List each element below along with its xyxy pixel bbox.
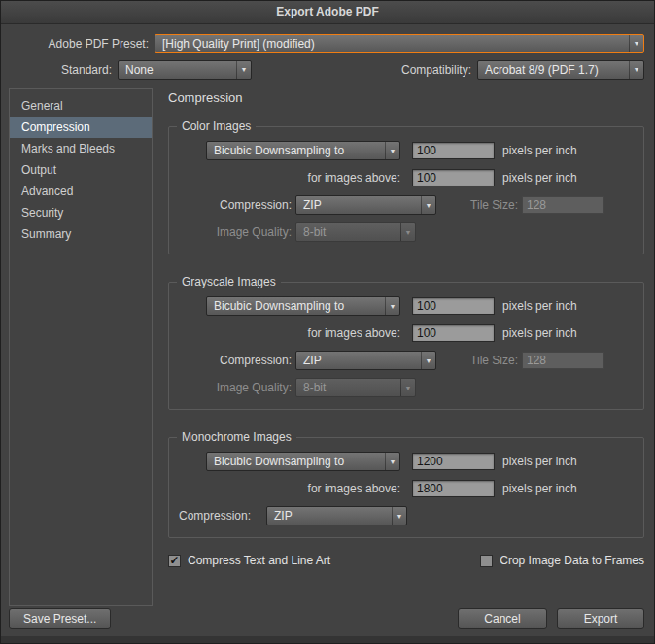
grayscale-tile-size-input [522,352,604,369]
grayscale-image-quality-value: 8-bit [296,381,400,394]
grayscale-image-quality-dropdown: 8-bit ▼ [295,378,416,397]
preset-value: [High Quality Print] (modified) [155,37,629,51]
grayscale-above-label: for images above: [177,326,400,340]
monochrome-downsampling-value: Bicubic Downsampling to [207,455,385,468]
compatibility-label: Compatibility: [401,63,477,77]
panel-title: Compression [168,90,646,105]
chevron-down-icon: ▼ [400,379,415,396]
grayscale-above-unit: pixels per inch [502,326,577,340]
sidebar-item-security[interactable]: Security [10,202,152,223]
grayscale-downsampling-dropdown[interactable]: Bicubic Downsampling to ▼ [206,296,400,316]
compatibility-dropdown[interactable]: Acrobat 8/9 (PDF 1.7) ▼ [477,60,644,80]
color-tile-size-input [522,196,604,214]
grayscale-compression-value: ZIP [296,354,421,367]
monochrome-compression-label: Compression: [177,509,262,523]
cancel-button[interactable]: Cancel [458,608,547,629]
dialog-bottom-edge [1,636,654,643]
monochrome-above-input[interactable] [412,480,495,497]
check-icon: ✓ [169,555,179,566]
chevron-down-icon: ▼ [629,35,643,52]
chevron-down-icon: ▼ [385,453,399,470]
chevron-down-icon: ▼ [629,61,643,79]
standard-dropdown[interactable]: None ▼ [118,60,252,80]
monochrome-images-group: Monochrome Images Bicubic Downsampling t… [168,437,644,538]
sidebar-item-compression[interactable]: Compression [10,117,152,138]
options-row: ✓ Compress Text and Line Art Crop Image … [168,554,644,567]
color-image-quality-label: Image Quality: [177,225,292,239]
chevron-down-icon: ▼ [385,142,399,159]
chevron-down-icon: ▼ [385,297,399,315]
crop-image-label: Crop Image Data to Frames [500,554,644,567]
color-above-input[interactable] [412,169,495,186]
chevron-down-icon: ▼ [421,352,435,369]
color-above-unit: pixels per inch [502,171,577,185]
color-images-group-title: Color Images [177,119,256,133]
color-compression-dropdown[interactable]: ZIP ▼ [295,195,436,215]
preset-row: Adobe PDF Preset: [High Quality Print] (… [1,33,644,53]
sidebar-item-advanced[interactable]: Advanced [10,181,152,202]
chevron-down-icon: ▼ [421,196,435,214]
export-adobe-pdf-dialog: Export Adobe PDF Adobe PDF Preset: [High… [0,0,655,644]
sidebar-item-output[interactable]: Output [10,159,152,181]
monochrome-downsampling-dropdown[interactable]: Bicubic Downsampling to ▼ [206,452,400,471]
action-buttons: Cancel Export [458,608,644,629]
sidebar-item-general[interactable]: General [10,95,152,117]
grayscale-ppi-input[interactable] [412,297,495,315]
monochrome-compression-dropdown[interactable]: ZIP ▼ [266,506,407,525]
compatibility-value: Acrobat 8/9 (PDF 1.7) [478,63,629,77]
sections-list: General Compression Marks and Bleeds Out… [9,88,153,606]
color-above-label: for images above: [177,171,400,185]
monochrome-above-unit: pixels per inch [502,482,577,495]
color-compression-label: Compression: [177,198,292,212]
grayscale-tile-size-label: Tile Size: [456,354,518,367]
grayscale-ppi-unit: pixels per inch [502,299,577,313]
grayscale-compression-label: Compression: [177,354,292,367]
color-compression-value: ZIP [296,198,421,212]
color-ppi-unit: pixels per inch [502,144,577,157]
monochrome-above-label: for images above: [177,482,400,495]
checkbox-box [480,555,493,567]
monochrome-compression-value: ZIP [267,509,392,523]
checkbox-box: ✓ [168,555,181,567]
grayscale-downsampling-value: Bicubic Downsampling to [207,299,385,313]
color-image-quality-value: 8-bit [296,225,400,239]
color-tile-size-label: Tile Size: [456,198,518,212]
compress-text-checkbox[interactable]: ✓ Compress Text and Line Art [168,554,330,567]
grayscale-images-group: Grayscale Images Bicubic Downsampling to… [168,282,644,410]
dialog-titlebar[interactable]: Export Adobe PDF [1,1,654,24]
compress-text-label: Compress Text and Line Art [188,554,330,567]
adobe-pdf-preset-dropdown[interactable]: [High Quality Print] (modified) ▼ [155,34,644,53]
export-button[interactable]: Export [557,608,644,629]
monochrome-ppi-unit: pixels per inch [502,455,577,468]
color-ppi-input[interactable] [412,142,495,159]
standard-label: Standard: [1,63,118,77]
grayscale-images-group-title: Grayscale Images [177,275,281,288]
color-images-group: Color Images Bicubic Downsampling to ▼ p… [168,126,644,254]
chevron-down-icon: ▼ [392,507,406,525]
monochrome-ppi-input[interactable] [412,453,495,470]
sidebar-item-summary[interactable]: Summary [10,223,152,245]
grayscale-above-input[interactable] [412,324,495,342]
dialog-title: Export Adobe PDF [276,5,379,18]
chevron-down-icon: ▼ [400,223,415,241]
color-downsampling-value: Bicubic Downsampling to [207,144,385,157]
crop-image-checkbox[interactable]: Crop Image Data to Frames [480,554,644,567]
preset-label: Adobe PDF Preset: [1,37,155,51]
chevron-down-icon: ▼ [236,61,251,79]
standard-row: Standard: None ▼ Compatibility: Acrobat … [1,59,644,80]
color-downsampling-dropdown[interactable]: Bicubic Downsampling to ▼ [206,141,400,160]
compression-panel: Compression Color Images Bicubic Downsam… [162,88,646,567]
monochrome-images-group-title: Monochrome Images [177,430,296,444]
standard-value: None [119,63,236,77]
color-image-quality-dropdown: 8-bit ▼ [295,222,416,242]
grayscale-image-quality-label: Image Quality: [177,381,292,394]
grayscale-compression-dropdown[interactable]: ZIP ▼ [295,351,436,370]
sidebar-item-marks-and-bleeds[interactable]: Marks and Bleeds [10,138,152,159]
save-preset-button[interactable]: Save Preset... [9,608,111,629]
